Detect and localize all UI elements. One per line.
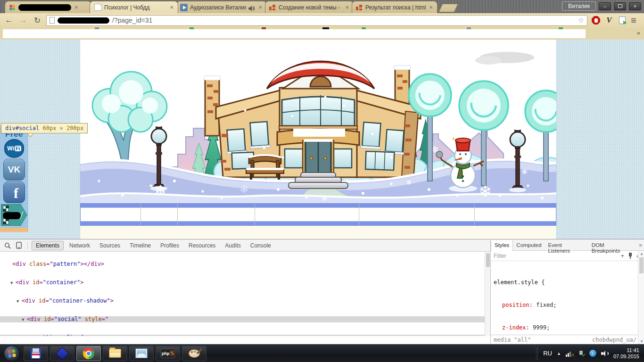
tab-close-icon[interactable]: ×	[257, 4, 263, 10]
qr-code-badge[interactable]	[1, 204, 27, 226]
stylesheet-link[interactable]: chobdwpnd_ua/	[592, 337, 636, 345]
v-extension-icon[interactable]: V	[604, 16, 614, 25]
sidebar-tab-dom-breakpoints[interactable]: DOM Breakpoints	[588, 240, 637, 250]
tab-close-icon[interactable]: ×	[169, 4, 174, 10]
facebook-social-button[interactable]: f	[3, 181, 25, 203]
floppy-disk-icon	[31, 348, 41, 359]
scroll-down-arrow[interactable]: ▼	[640, 339, 644, 344]
taskbar-app-chrome-active[interactable]	[76, 346, 101, 361]
tab-joomla-censored[interactable]: ×	[5, 1, 91, 13]
minimize-button[interactable]: –	[599, 2, 611, 10]
sidebar-tabs-overflow-icon[interactable]: »	[637, 240, 644, 250]
devtools-tab-audits[interactable]: Audits	[221, 241, 244, 250]
tab-forum-new-topic[interactable]: Создание новой темы - ×	[265, 1, 354, 13]
vk-logo-text: VK	[8, 165, 20, 175]
dom-node-line[interactable]: ▼ <div id="container-shadow">	[0, 298, 485, 304]
volume-icon[interactable]	[601, 350, 609, 357]
stop-octagon-icon	[592, 16, 600, 25]
address-bar[interactable]: /?page_id=31 ☆	[46, 15, 587, 26]
styles-filter-input[interactable]: Filter	[494, 253, 617, 259]
new-style-rule-plus-icon[interactable]: +	[620, 253, 624, 259]
element-style-rule[interactable]: element.style { position: fixed; z-index…	[491, 261, 644, 333]
adblock-extension-icon[interactable]	[591, 16, 601, 25]
taskbar-app-paint[interactable]	[182, 346, 206, 361]
sidebar-tab-styles[interactable]: Styles	[491, 240, 513, 251]
scrollbar-thumb[interactable]	[639, 257, 644, 273]
start-button[interactable]	[4, 346, 20, 362]
devtools-tab-resources[interactable]: Resources	[185, 241, 219, 250]
dom-node-line[interactable]: ▼ <div id="container">	[0, 280, 485, 286]
qr-code-icon	[3, 206, 8, 211]
taskbar-app-explorer[interactable]	[103, 346, 127, 361]
site-menu-bar[interactable]	[80, 203, 556, 226]
tab-title: Создание новой темы -	[279, 4, 342, 11]
inspect-element-icon[interactable]	[3, 241, 12, 250]
menu-divider	[255, 204, 255, 225]
sidebar-tab-event-listeners[interactable]: Event Listeners	[545, 240, 588, 250]
facebook-logo-text: f	[14, 185, 18, 201]
dom-tree-scrollbar[interactable]	[485, 252, 490, 336]
element-state-pin-icon[interactable]	[628, 253, 633, 259]
tab-close-icon[interactable]: ×	[344, 4, 350, 10]
system-tray: RU ▲ ⚠ ✓ i 11:41 07.09.2015	[536, 347, 644, 360]
taskbar-app-save[interactable]	[24, 346, 48, 361]
usb-device-icon[interactable]: ✓	[578, 350, 585, 357]
devtools-node-tooltip: div#social 60px × 200px	[1, 123, 88, 133]
dom-style-line[interactable]: position: fixed;	[0, 335, 485, 336]
taskbar-app-photo-viewer[interactable]	[129, 346, 154, 361]
info-tray-icon[interactable]: i	[589, 350, 596, 357]
devtools-tab-network[interactable]: Network	[66, 241, 94, 250]
window-controls: Виталик – ×	[562, 1, 641, 11]
bookmark-star-icon[interactable]: ☆	[578, 16, 584, 25]
devtools-tab-sources[interactable]: Sources	[96, 241, 124, 250]
taskbar-app-php-editor[interactable]: phpS	[156, 346, 180, 361]
vk-social-button[interactable]: VK	[3, 159, 25, 181]
dom-node-line-selected[interactable]: ▼ <div id="social" style="	[0, 316, 485, 322]
chrome-menu-button[interactable]: ≡	[631, 15, 636, 26]
styles-filter-row: Filter + ◈	[491, 251, 644, 261]
language-indicator[interactable]: RU	[543, 350, 552, 357]
scroll-up-arrow[interactable]: ▲	[640, 252, 644, 256]
tab-search-results[interactable]: Результат поиска | htmlb ×	[352, 1, 438, 13]
maximize-button[interactable]	[614, 2, 626, 10]
elements-dom-tree[interactable]: <div class="pattern"></div> ▼ <div id="c…	[0, 252, 485, 336]
styles-scrollbar[interactable]: ▲ ▼	[638, 251, 644, 345]
tab-vk-audio[interactable]: Аудиозаписи Виталия ×	[176, 1, 267, 13]
tab-close-icon[interactable]: ×	[74, 4, 79, 10]
svg-text:❄: ❄	[521, 167, 528, 176]
style-property[interactable]: position: fixed;	[494, 301, 644, 309]
network-icon[interactable]: ⚠	[566, 350, 573, 357]
device-mode-icon[interactable]	[14, 241, 24, 250]
menu-divider	[474, 204, 475, 225]
sidebar-tab-computed[interactable]: Computed	[513, 240, 545, 250]
clock-time: 11:41	[613, 347, 639, 354]
tab-close-icon[interactable]: ×	[428, 4, 434, 10]
tab-psiholog-active[interactable]: Психолог | Чобдд ×	[90, 1, 178, 13]
taskbar-app-diamond[interactable]	[50, 346, 74, 361]
reload-button[interactable]: ↻	[32, 16, 42, 25]
back-button[interactable]: ←	[4, 16, 14, 25]
social-widget-highlighted: Free Wi Fi VK f	[0, 126, 28, 228]
wifi-logo[interactable]: Wi Fi	[4, 139, 24, 158]
bookmarks-bar[interactable]: »	[0, 27, 644, 40]
devtools-tab-profiles[interactable]: Profiles	[157, 241, 183, 250]
devtools-tab-elements[interactable]: Elements	[32, 241, 64, 250]
tray-expand-arrow[interactable]: ▲	[557, 351, 561, 356]
browser-toolbar: ← → ↻ /?page_id=31 ☆ V ≡	[0, 13, 644, 27]
tab-audio-speaker-icon[interactable]	[248, 5, 255, 10]
browser-profile-label[interactable]: Виталик	[562, 1, 596, 11]
taskbar-clock[interactable]: 11:41 07.09.2015	[613, 347, 639, 360]
new-tab-button[interactable]	[438, 4, 458, 12]
bookmarks-overflow-chevron[interactable]: »	[637, 29, 640, 36]
scrollbar-thumb[interactable]	[486, 253, 490, 267]
devtools-tab-timeline[interactable]: Timeline	[126, 241, 155, 250]
style-property[interactable]: z-index: 9999;	[494, 324, 644, 331]
save-page-extension-icon[interactable]	[618, 16, 627, 25]
url-path-text[interactable]: /?page_id=31	[112, 16, 575, 24]
forward-button[interactable]: →	[18, 16, 28, 25]
devtools-tab-console[interactable]: Console	[247, 241, 275, 250]
dom-node-line[interactable]: <div class="pattern"></div>	[0, 261, 485, 267]
styles-sidebar: Styles Computed Event Listeners DOM Brea…	[490, 240, 644, 345]
tooltip-selector: div#social	[5, 125, 39, 132]
close-button[interactable]: ×	[629, 2, 641, 10]
